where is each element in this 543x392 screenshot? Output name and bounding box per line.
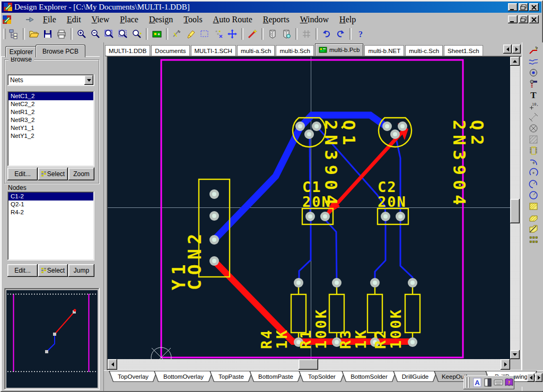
nodes-edit-button[interactable]: Edit...	[7, 264, 38, 277]
scroll-right-button[interactable]	[501, 359, 510, 370]
place-multi-track-button[interactable]	[527, 56, 540, 67]
move-selection-button[interactable]	[212, 27, 225, 41]
minimize-button[interactable]	[508, 3, 518, 11]
close-button[interactable]	[529, 3, 539, 11]
layer-tab-bottomsolder[interactable]: BottomSolder	[341, 371, 397, 382]
zoom-window-button[interactable]	[102, 27, 116, 41]
menu-reports[interactable]: Reports	[258, 14, 295, 25]
layer-tab-topoverlay[interactable]: TopOverlay	[109, 371, 157, 382]
place-polygon-plane-button[interactable]	[527, 212, 540, 223]
place-split-plane-button[interactable]	[527, 223, 540, 234]
doc-tab-multi-b-net[interactable]: multi-b.NET	[364, 45, 404, 56]
child-minimize-button[interactable]	[508, 15, 518, 23]
zoom-document-button[interactable]	[116, 27, 130, 41]
text-a-button[interactable]: A	[472, 377, 483, 388]
place-arc-center-button[interactable]	[527, 167, 540, 178]
layer-tab-drillguide[interactable]: DrillGuide	[393, 371, 437, 382]
horizontal-scrollbar[interactable]	[108, 359, 510, 370]
scroll-down-button[interactable]	[510, 350, 520, 359]
move-cross-button[interactable]	[225, 27, 239, 41]
select-area-button[interactable]	[198, 27, 212, 41]
zoom-point-button[interactable]	[130, 27, 144, 41]
place-full-circle-button[interactable]	[527, 189, 540, 201]
place-via-button[interactable]	[527, 78, 540, 89]
place-keepout-circle-button[interactable]	[527, 123, 540, 134]
tab-explorer[interactable]: Explorer	[5, 46, 37, 57]
browse-mode-dropdown[interactable]: Nets	[7, 74, 94, 86]
dropdown-arrow-button[interactable]	[84, 75, 93, 85]
zoom-in-button[interactable]	[75, 27, 89, 41]
scroll-up-button[interactable]	[510, 57, 520, 66]
nodes-jump-button[interactable]: Jump	[68, 264, 94, 277]
net-item-netc1_2[interactable]: NetC1_2	[8, 92, 93, 100]
nets-edit-button[interactable]: Edit...	[7, 168, 38, 180]
layer-tab-bottompaste[interactable]: BottomPaste	[249, 371, 302, 382]
menu-view[interactable]: View	[86, 14, 115, 25]
vertical-scroll-thumb[interactable]	[510, 199, 520, 223]
doc-tab-multi-1-ddb[interactable]: MULTI-1.DDB	[105, 45, 150, 56]
minimap[interactable]	[6, 290, 98, 388]
doc-tab-multi-c-sch[interactable]: multi-c.Sch	[405, 45, 443, 56]
menu-help[interactable]: Help	[334, 14, 361, 25]
menu-tools[interactable]: Tools	[178, 14, 207, 25]
toolbar-grip[interactable]	[3, 29, 6, 39]
place-fill-hatched-button[interactable]	[527, 134, 540, 145]
node-item-c1-2[interactable]: C1-2	[8, 193, 93, 201]
nodes-listbox[interactable]: C1-2Q2-1R4-2	[7, 191, 94, 260]
highlight-pen-button[interactable]	[184, 27, 198, 41]
layer-tabs-scroll-left-button[interactable]	[527, 373, 535, 382]
board-view-button[interactable]	[150, 27, 164, 41]
child-close-button[interactable]	[529, 15, 539, 23]
place-track-button[interactable]	[527, 45, 540, 56]
net-item-netc2_2[interactable]: NetC2_2	[8, 100, 93, 108]
nodes-select-button[interactable]: Select	[38, 264, 68, 277]
nets-listbox[interactable]: NetC1_2NetC2_2NetR1_2NetR3_2NetY1_1NetY1…	[7, 91, 94, 167]
child-restore-button[interactable]	[519, 15, 528, 23]
library-3d-button[interactable]	[266, 27, 279, 41]
vertical-scrollbar[interactable]	[510, 57, 520, 359]
place-dimension-button[interactable]	[527, 111, 540, 123]
node-item-q2-1[interactable]: Q2-1	[8, 201, 93, 208]
horizontal-scroll-thumb[interactable]	[299, 359, 318, 370]
nets-select-button[interactable]: Select	[38, 168, 68, 180]
doc-tab-multi-1-sch[interactable]: MULTI-1.SCH	[191, 45, 236, 56]
mini-toolbar-grip[interactable]	[468, 377, 470, 388]
print-button[interactable]	[55, 27, 68, 41]
node-item-r4-2[interactable]: R4-2	[8, 208, 93, 216]
doc-tab-multi-b-pcb[interactable]: multi-b.Pcb	[315, 43, 364, 56]
layer-tab-topsolder[interactable]: TopSolder	[299, 371, 345, 382]
net-item-netr1_2[interactable]: NetR1_2	[8, 108, 93, 116]
net-item-nety1_1[interactable]: NetY1_1	[8, 124, 93, 132]
menu-edit[interactable]: Edit	[62, 14, 86, 25]
place-component-button[interactable]	[527, 145, 540, 156]
place-arc-angle-button[interactable]	[527, 178, 540, 189]
wizard-button[interactable]	[246, 27, 259, 41]
doc-tab-multi-b-sch[interactable]: multi-b.Sch	[276, 45, 314, 56]
menu-place[interactable]: Place	[115, 14, 144, 25]
mini-toolbar-grip[interactable]	[465, 377, 467, 388]
doc-tab-documents[interactable]: Documents	[151, 45, 189, 56]
net-item-netr3_2[interactable]: NetR3_2	[8, 116, 93, 124]
place-coordinate-button[interactable]: 10,10	[527, 100, 540, 111]
doc-tabs-scroll-left-button[interactable]	[503, 45, 512, 54]
layer-tab-toppaste[interactable]: TopPaste	[209, 371, 253, 382]
help-button[interactable]: ?	[354, 27, 367, 41]
scroll-left-button[interactable]	[108, 359, 117, 370]
layer-tab-bottomoverlay[interactable]: BottomOverlay	[154, 371, 213, 382]
menu-window[interactable]: Window	[295, 14, 334, 25]
place-arc-edge-button[interactable]	[527, 156, 540, 167]
place-pad-button[interactable]	[527, 67, 540, 78]
redo-button[interactable]	[334, 27, 347, 41]
pcb-canvas[interactable]: Q12N3904 Q22N3904 C120N C220N Y1CON2 R41…	[108, 57, 510, 359]
library-browse-button[interactable]	[279, 27, 293, 41]
place-pad-array-button[interactable]	[527, 234, 540, 245]
open-document-button[interactable]	[27, 27, 41, 41]
slice-tracks-button[interactable]	[170, 27, 184, 41]
net-item-nety1_2[interactable]: NetY1_2	[8, 132, 93, 140]
explorer-panel-button[interactable]	[7, 27, 21, 41]
doc-tabs-scroll-right-button[interactable]	[512, 45, 521, 54]
help-book-button[interactable]: ?	[504, 377, 514, 388]
place-string-button[interactable]: T	[527, 89, 540, 100]
doc-tab-sheet1-sch[interactable]: Sheet1.Sch	[444, 45, 483, 56]
tab-browse-pcb[interactable]: Browse PCB	[36, 45, 85, 57]
